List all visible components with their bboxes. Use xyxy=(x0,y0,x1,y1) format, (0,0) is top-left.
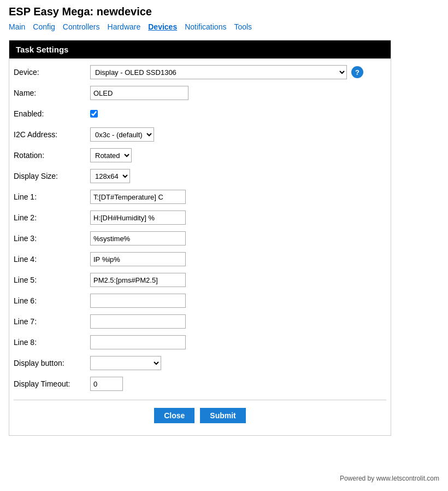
display-timeout-input[interactable] xyxy=(90,377,123,391)
line8-label: Line 8: xyxy=(14,338,90,347)
line5-input[interactable] xyxy=(90,273,186,287)
submit-button[interactable]: Submit xyxy=(200,408,245,423)
line4-label: Line 4: xyxy=(14,255,90,264)
nav-tools[interactable]: Tools xyxy=(234,22,252,31)
page-title: ESP Easy Mega: newdevice xyxy=(9,5,439,18)
line3-input[interactable] xyxy=(90,231,186,245)
button-row: Close Submit xyxy=(14,408,386,430)
line3-row: Line 3: xyxy=(14,230,386,247)
help-button[interactable]: ? xyxy=(351,66,363,78)
nav-bar: Main Config Controllers Hardware Devices… xyxy=(9,22,439,31)
line7-input[interactable] xyxy=(90,314,186,329)
nav-main[interactable]: Main xyxy=(9,22,25,31)
enabled-row: Enabled: xyxy=(14,106,386,122)
line2-label: Line 2: xyxy=(14,213,90,222)
line6-row: Line 6: xyxy=(14,293,386,309)
task-settings-container: Task Settings Device: Display - OLED SSD… xyxy=(9,40,391,436)
display-button-label: Display button: xyxy=(14,359,90,367)
line7-label: Line 7: xyxy=(14,317,90,326)
display-timeout-label: Display Timeout: xyxy=(14,379,90,388)
display-button-row: Display button: xyxy=(14,355,386,371)
i2c-address-label: I2C Address: xyxy=(14,130,90,139)
display-size-row: Display Size: 128x64 xyxy=(14,168,386,184)
line1-input[interactable] xyxy=(90,190,186,204)
line6-input[interactable] xyxy=(90,294,186,308)
rotation-select[interactable]: Rotated xyxy=(90,148,132,162)
nav-config[interactable]: Config xyxy=(33,22,55,31)
line2-row: Line 2: xyxy=(14,209,386,226)
name-row: Name: xyxy=(14,85,386,101)
i2c-address-row: I2C Address: 0x3c - (default) xyxy=(14,126,386,143)
enabled-label: Enabled: xyxy=(14,109,90,118)
line1-label: Line 1: xyxy=(14,192,90,201)
line6-label: Line 6: xyxy=(14,296,90,305)
nav-controllers[interactable]: Controllers xyxy=(63,22,100,31)
name-label: Name: xyxy=(14,89,90,97)
line5-row: Line 5: xyxy=(14,272,386,288)
close-button[interactable]: Close xyxy=(154,408,194,423)
display-timeout-row: Display Timeout: xyxy=(14,376,386,392)
display-button-select[interactable] xyxy=(90,356,161,370)
line2-input[interactable] xyxy=(90,211,186,225)
line8-input[interactable] xyxy=(90,335,186,349)
line4-row: Line 4: xyxy=(14,251,386,267)
display-size-select[interactable]: 128x64 xyxy=(90,169,130,183)
device-select[interactable]: Display - OLED SSD1306 xyxy=(90,65,347,79)
rotation-row: Rotation: Rotated xyxy=(14,147,386,163)
nav-notifications[interactable]: Notifications xyxy=(185,22,226,31)
form-divider xyxy=(14,400,386,400)
device-row: Device: Display - OLED SSD1306 ? xyxy=(14,64,386,80)
name-input[interactable] xyxy=(90,86,188,100)
display-size-label: Display Size: xyxy=(14,172,90,180)
task-settings-header: Task Settings xyxy=(9,40,391,59)
enabled-checkbox[interactable] xyxy=(90,110,98,118)
nav-hardware[interactable]: Hardware xyxy=(108,22,141,31)
line5-label: Line 5: xyxy=(14,276,90,284)
i2c-address-select[interactable]: 0x3c - (default) xyxy=(90,127,154,142)
line8-row: Line 8: xyxy=(14,334,386,350)
line7-row: Line 7: xyxy=(14,313,386,330)
device-label: Device: xyxy=(14,68,90,77)
line4-input[interactable] xyxy=(90,252,186,266)
form-table: Device: Display - OLED SSD1306 ? Name: E… xyxy=(9,59,391,435)
rotation-label: Rotation: xyxy=(14,151,90,160)
line1-row: Line 1: xyxy=(14,189,386,205)
nav-devices[interactable]: Devices xyxy=(148,22,177,31)
line3-label: Line 3: xyxy=(14,234,90,243)
device-control-wrap: Display - OLED SSD1306 ? xyxy=(90,65,363,79)
footer-text: Powered by www.letscontrolit.com xyxy=(340,475,439,482)
